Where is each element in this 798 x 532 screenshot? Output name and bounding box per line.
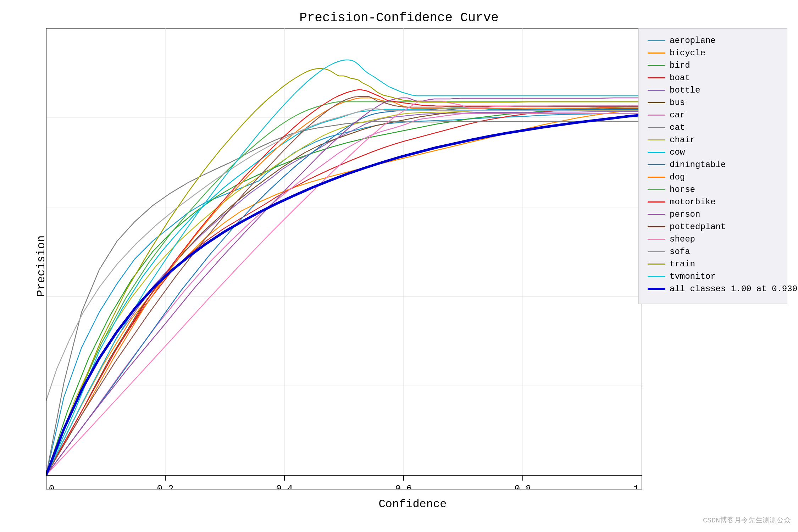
legend-item: cow <box>648 148 778 157</box>
legend-label: chair <box>670 135 695 145</box>
legend-item: boat <box>648 73 778 83</box>
legend-item: sofa <box>648 247 778 256</box>
legend-item: dog <box>648 172 778 182</box>
legend-label: sheep <box>670 234 695 244</box>
legend-label: cow <box>670 148 685 157</box>
plot-area: 0.0 0.2 0.4 0.6 0.8 1.0 0.0 0.2 0.4 0.6 … <box>46 28 642 489</box>
legend-label: diningtable <box>670 160 726 170</box>
x-axis-label: Confidence <box>378 498 447 511</box>
legend-label: dog <box>670 172 685 182</box>
legend-item: bicycle <box>648 48 778 58</box>
svg-rect-0 <box>46 28 642 489</box>
legend-item: pottedplant <box>648 222 778 232</box>
legend-item: horse <box>648 185 778 194</box>
chart-container: Precision-Confidence Curve Precision Con… <box>0 0 798 532</box>
legend-item: motorbike <box>648 197 778 207</box>
legend-line <box>648 40 665 41</box>
legend-item: aeroplane <box>648 36 778 45</box>
legend-line <box>648 115 665 116</box>
legend-item: bird <box>648 61 778 70</box>
legend-label: car <box>670 110 685 120</box>
legend-item: train <box>648 259 778 269</box>
legend-line <box>648 239 665 240</box>
legend-line <box>648 264 665 265</box>
svg-text:1.0: 1.0 <box>634 483 642 489</box>
legend-line <box>648 288 665 290</box>
legend-label: aeroplane <box>670 36 716 45</box>
legend-line <box>648 251 665 252</box>
legend-line <box>648 189 665 190</box>
legend-line <box>648 226 665 227</box>
legend-item: chair <box>648 135 778 145</box>
legend-line <box>648 90 665 91</box>
svg-text:0.6: 0.6 <box>395 483 412 489</box>
svg-text:0.8: 0.8 <box>515 483 531 489</box>
legend-line <box>648 152 665 153</box>
legend-line <box>648 276 665 277</box>
legend-label: boat <box>670 73 690 83</box>
svg-text:0.0: 0.0 <box>46 483 54 489</box>
legend-label: bus <box>670 98 685 107</box>
legend-line <box>648 139 665 140</box>
legend-item: bottle <box>648 85 778 95</box>
legend-item: all classes 1.00 at 0.930 <box>648 284 778 294</box>
legend-label: pottedplant <box>670 222 726 232</box>
legend-item: car <box>648 110 778 120</box>
watermark: CSDN博客月令先生测测公众 <box>703 515 791 525</box>
legend-item: diningtable <box>648 160 778 170</box>
legend-item: sheep <box>648 234 778 244</box>
legend-item: cat <box>648 123 778 132</box>
legend-line <box>648 65 665 66</box>
legend-item: tvmonitor <box>648 272 778 281</box>
svg-text:0.4: 0.4 <box>276 483 293 489</box>
legend-label: horse <box>670 185 695 194</box>
legend-label: train <box>670 259 695 269</box>
legend-label: all classes 1.00 at 0.930 <box>670 284 797 294</box>
legend-label: sofa <box>670 247 690 256</box>
legend-label: cat <box>670 123 685 132</box>
legend-label: tvmonitor <box>670 272 716 281</box>
legend-item: bus <box>648 98 778 107</box>
legend-line <box>648 77 665 78</box>
legend-item: person <box>648 210 778 219</box>
legend-line <box>648 177 665 178</box>
chart-title: Precision-Confidence Curve <box>299 11 499 25</box>
legend-label: motorbike <box>670 197 716 207</box>
legend-line <box>648 127 665 128</box>
legend-line <box>648 102 665 103</box>
legend-line <box>648 52 665 54</box>
legend-label: bird <box>670 61 690 70</box>
svg-text:0.2: 0.2 <box>157 483 174 489</box>
main-chart-svg: 0.0 0.2 0.4 0.6 0.8 1.0 0.0 0.2 0.4 0.6 … <box>46 28 642 489</box>
legend-line <box>648 214 665 215</box>
legend-label: bottle <box>670 85 700 95</box>
legend-line <box>648 201 665 203</box>
legend: aeroplanebicyclebirdboatbottlebuscarcatc… <box>638 28 787 304</box>
legend-label: person <box>670 210 700 219</box>
legend-line <box>648 164 665 165</box>
legend-label: bicycle <box>670 48 705 58</box>
